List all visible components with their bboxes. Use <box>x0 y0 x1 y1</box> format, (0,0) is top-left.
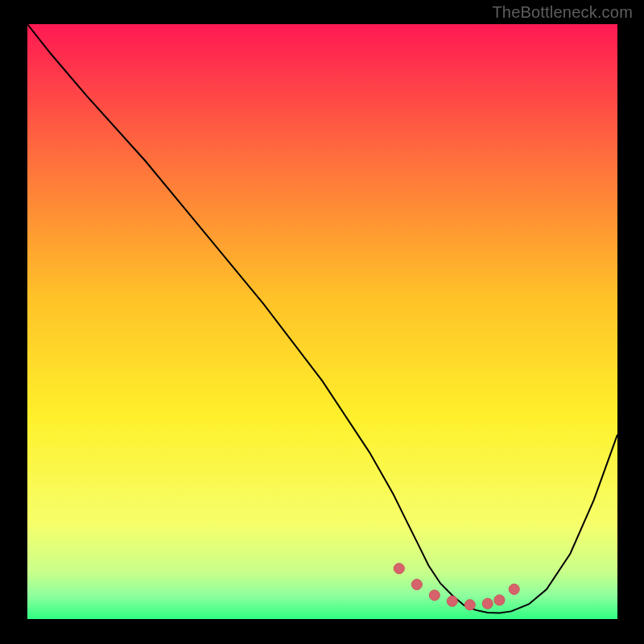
plot-area <box>27 24 617 619</box>
marker-point <box>509 584 519 595</box>
watermark-text: TheBottleneck.com <box>492 3 633 22</box>
marker-point <box>447 596 457 606</box>
chart-frame: TheBottleneck.com <box>0 0 644 644</box>
marker-point <box>494 595 505 605</box>
gradient-background <box>27 24 617 619</box>
marker-point <box>482 598 493 609</box>
chart-svg <box>27 24 617 619</box>
marker-point <box>394 564 404 574</box>
marker-point <box>429 590 440 601</box>
marker-point <box>464 600 475 610</box>
marker-point <box>411 580 422 590</box>
